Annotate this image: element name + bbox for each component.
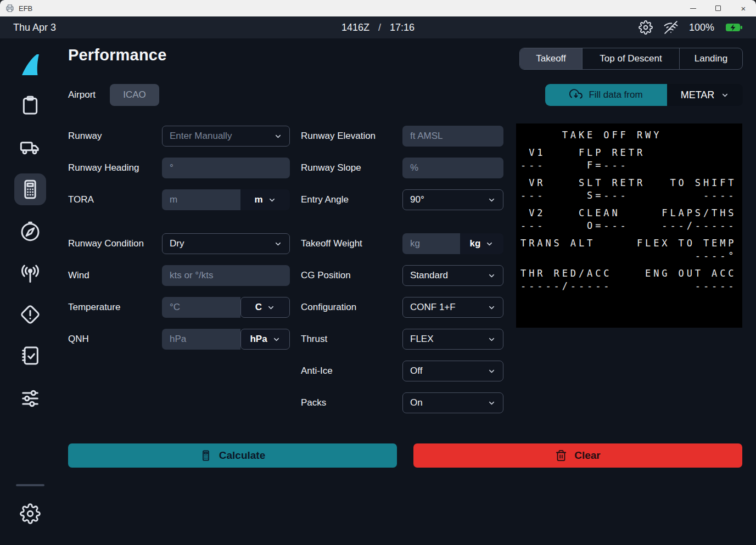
mcdu-line: TAKE OFF RWY [520, 129, 742, 142]
airport-icao-input[interactable] [110, 84, 159, 106]
settings-gear-icon [20, 503, 41, 524]
tab-top-of-descent[interactable]: Top of Descent [582, 48, 679, 69]
cg-position-value: Standard [410, 270, 448, 281]
minimize-button[interactable] [680, 0, 705, 16]
close-button[interactable]: × [731, 0, 756, 16]
qnh-unit-value: hPa [250, 334, 267, 345]
airline-tail-logo-icon [18, 52, 42, 77]
cg-position-label: CG Position [301, 265, 351, 286]
configuration-value: CONF 1+F [410, 302, 456, 313]
runway-select[interactable]: Enter Manually [162, 126, 290, 147]
configuration-select[interactable]: CONF 1+F [402, 297, 503, 318]
chevron-down-icon [488, 196, 496, 204]
statusbar-clock: 1416Z / 17:16 [0, 22, 756, 33]
wind-field [162, 265, 290, 286]
thrust-label: Thrust [301, 329, 327, 350]
temperature-unit-dropdown[interactable]: C [240, 297, 290, 318]
wind-input[interactable] [162, 265, 290, 286]
calculate-button[interactable]: Calculate [68, 443, 397, 468]
runway-condition-value: Dry [170, 238, 184, 249]
temperature-input[interactable] [162, 297, 240, 318]
antenna-icon [19, 264, 41, 286]
minimize-icon [690, 8, 696, 9]
runway-slope-input[interactable] [402, 158, 503, 178]
runway-label: Runway [68, 126, 102, 147]
sidebar-item-dashboard[interactable] [18, 52, 42, 77]
anti-ice-select[interactable]: Off [402, 361, 503, 381]
qnh-unit-dropdown[interactable]: hPa [240, 329, 290, 350]
checklist-icon [19, 345, 41, 367]
sidebar-item-performance[interactable] [14, 173, 46, 205]
zulu-time: 1416Z [341, 22, 369, 33]
runway-condition-label: Runway Condition [68, 233, 144, 254]
chevron-down-icon [721, 91, 729, 99]
sidebar-item-settings[interactable] [20, 503, 41, 524]
airport-label: Airport [68, 84, 96, 106]
temperature-unit-value: C [255, 302, 262, 313]
runway-elevation-field [402, 126, 503, 147]
tora-unit-value: m [254, 194, 262, 205]
efb-window: EFB × Thu Apr 3 1416Z / 17:16 [0, 0, 756, 545]
efb-body: Performance Takeoff Top of Descent Landi… [0, 38, 756, 545]
clear-button[interactable]: Clear [413, 443, 742, 468]
chevron-down-icon [488, 304, 496, 312]
anti-ice-value: Off [410, 366, 422, 377]
mcdu-line: V1 FLP RETR [520, 147, 742, 159]
app-window-icon [5, 4, 14, 13]
sidebar-item-atc[interactable] [19, 264, 41, 286]
takeoff-weight-field: kg [402, 233, 503, 254]
tora-input[interactable] [162, 189, 240, 210]
packs-value: On [410, 397, 423, 408]
fill-data-label: Fill data from [589, 89, 642, 100]
sidebar-item-navigation[interactable] [19, 220, 41, 242]
runway-condition-select[interactable]: Dry [162, 233, 290, 254]
chevron-down-icon [485, 240, 494, 248]
entry-angle-select[interactable]: 90° [402, 189, 503, 210]
tora-unit-dropdown[interactable]: m [240, 189, 290, 210]
chevron-down-icon [488, 399, 496, 407]
sidebar-item-ground[interactable] [19, 136, 41, 158]
efb-statusbar: Thu Apr 3 1416Z / 17:16 [0, 16, 756, 38]
sidebar-item-checklists[interactable] [19, 345, 41, 367]
runway-value: Enter Manually [170, 131, 232, 142]
packs-select[interactable]: On [402, 392, 503, 413]
chevron-down-icon [272, 335, 281, 344]
thrust-select[interactable]: FLEX [402, 329, 503, 350]
mcdu-line: --- S=--- ---- [520, 189, 742, 202]
maximize-button[interactable] [705, 0, 731, 16]
maximize-icon [715, 5, 721, 11]
cloud-download-icon [569, 88, 583, 102]
runway-heading-input[interactable] [162, 158, 290, 178]
tora-label: TORA [68, 189, 94, 210]
takeoff-weight-unit-value: kg [470, 238, 481, 249]
calculator-icon [19, 178, 41, 200]
chevron-down-icon [267, 304, 275, 312]
sidebar-item-failures[interactable] [19, 304, 41, 325]
sidebar-divider [16, 484, 44, 486]
fill-source-dropdown[interactable]: METAR [667, 84, 743, 106]
sidebar-item-presets[interactable] [19, 387, 41, 409]
cg-position-select[interactable]: Standard [402, 265, 503, 286]
qnh-field: hPa [162, 329, 290, 350]
mcdu-line: --- F=--- [520, 159, 742, 172]
tab-landing[interactable]: Landing [679, 48, 742, 69]
chevron-down-icon [274, 132, 282, 141]
qnh-input[interactable] [162, 329, 240, 350]
runway-elevation-input[interactable] [402, 126, 503, 147]
fill-data-button[interactable]: Fill data from [545, 84, 667, 106]
window-title: EFB [19, 4, 32, 13]
takeoff-weight-input[interactable] [402, 233, 460, 254]
mcdu-line: V2 CLEAN FLAPS/THS [520, 207, 742, 220]
sidebar-item-dispatch[interactable] [19, 94, 41, 116]
mcdu-line: VR SLT RETR TO SHIFT [520, 177, 742, 189]
warning-diamond-icon [19, 304, 41, 325]
local-time: 17:16 [390, 22, 415, 33]
chevron-down-icon [274, 240, 282, 248]
runway-heading-field [162, 158, 290, 178]
calculator-icon [200, 450, 212, 462]
tab-takeoff[interactable]: Takeoff [520, 48, 582, 69]
mcdu-takeoff-preview: TAKE OFF RWY V1 FLP RETR --- F=--- VR SL… [516, 123, 742, 328]
wind-label: Wind [68, 265, 89, 286]
takeoff-weight-unit-dropdown[interactable]: kg [460, 233, 503, 254]
chevron-down-icon [268, 196, 276, 204]
